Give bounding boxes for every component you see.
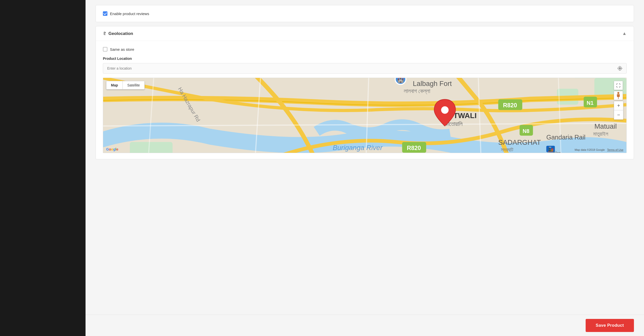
svg-text:R820: R820 [503,102,517,109]
same-as-store-row: Same as store [103,47,627,52]
reviews-card: Enable product reviews [96,5,634,22]
pegman-btn[interactable] [614,91,623,100]
location-target-icon [617,66,623,71]
zoom-in-btn[interactable]: + [614,101,623,110]
main-content: Enable product reviews ♇ Geolocation ▲ S… [86,0,644,336]
enable-reviews-label: Enable product reviews [110,12,149,16]
fullscreen-btn[interactable] [614,81,623,90]
svg-text:R820: R820 [407,145,421,151]
svg-text:Buriganga River: Buriganga River [333,144,383,152]
checkbox-unchecked-icon [103,47,107,52]
zoom-group: + − [614,101,623,120]
map-data-text: Map data ©2018 Google [575,148,605,151]
svg-text:Gandaria Rail: Gandaria Rail [546,134,586,141]
map-type-satellite-btn[interactable]: Satellite [123,81,144,89]
svg-point-0 [619,68,621,69]
same-as-store-label: Same as store [110,47,134,52]
geolocation-title: ♇ Geolocation [103,31,133,36]
google-logo: Google [106,147,118,151]
enable-reviews-checkbox[interactable]: Enable product reviews [103,11,149,16]
sidebar [0,0,86,336]
same-as-store-checkbox[interactable]: Same as store [103,47,134,52]
svg-text:Lalbagh Fort: Lalbagh Fort [413,80,452,87]
svg-text:🏰: 🏰 [397,78,404,83]
svg-text:সদরঘাট: সদরঘাট [501,147,513,153]
svg-point-1 [618,67,622,70]
product-location-label: Product Location [103,57,627,61]
zoom-out-btn[interactable]: − [614,110,623,119]
svg-rect-13 [130,142,173,153]
geolocation-body: Same as store Product Location [96,41,634,159]
geolocation-title-text: Geolocation [108,31,133,36]
geolocation-header: ♇ Geolocation ▲ [96,26,634,41]
svg-text:মাতুয়াইল: মাতুয়াইল [593,131,608,137]
map-type-controls: Map Satellite [106,81,145,89]
svg-text:লালবাগ কেল্লা: লালবাগ কেল্লা [404,88,430,94]
save-product-button[interactable]: Save Product [586,319,634,332]
geolocation-card: ♇ Geolocation ▲ Same as store Product Lo… [96,26,634,159]
terms-of-use-link[interactable]: Terms of Use [607,148,623,151]
svg-point-49 [617,92,619,94]
svg-text:🚂: 🚂 [548,147,554,152]
checkbox-checked-icon [103,11,107,16]
svg-point-48 [441,106,449,114]
svg-text:N8: N8 [522,128,529,134]
map-controls-right: + − [614,81,623,120]
pin-icon: ♇ [103,31,106,36]
map-container: R820 R820 R820 R110 N1 N1 N8 [103,78,627,153]
svg-text:N1: N1 [587,100,593,106]
map-attribution-left: Google [106,147,118,151]
location-input[interactable] [103,63,627,74]
svg-text:Matuail: Matuail [594,122,617,130]
map-svg: R820 R820 R820 R110 N1 N1 N8 [103,78,626,153]
collapse-icon[interactable]: ▲ [622,31,627,36]
map-type-map-btn[interactable]: Map [106,81,123,89]
location-input-wrapper [103,63,627,74]
page-footer: Save Product [86,315,644,336]
svg-text:SADARGHAT: SADARGHAT [498,138,541,146]
map-attribution-right: Map data ©2018 Google Terms of Use [575,148,623,151]
